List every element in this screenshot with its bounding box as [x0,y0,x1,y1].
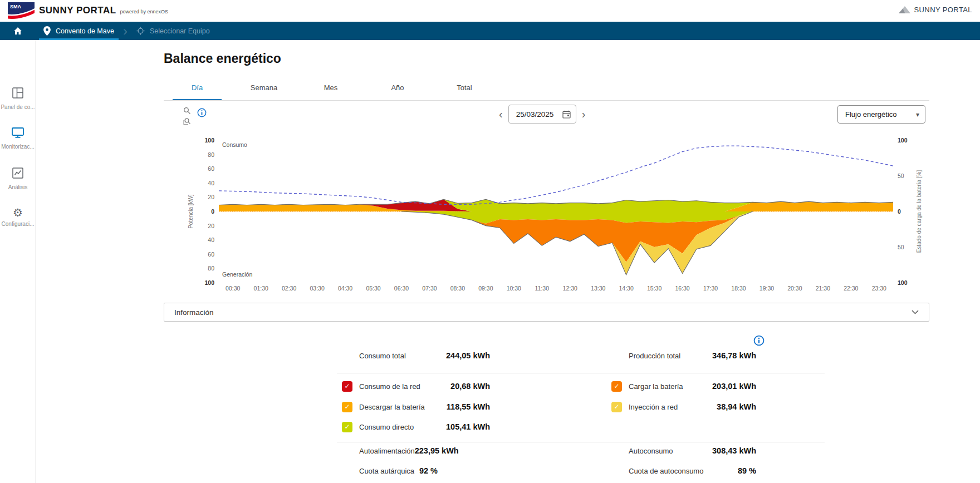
device-icon [136,27,145,35]
x-axis-tick: 05:30 [366,285,380,292]
sidebar-item-monitor[interactable]: Monitorizac... [0,127,36,159]
powered-by-text: powered by ennexOS [120,9,169,14]
dashboard-icon [12,87,24,101]
view-selector-dropdown[interactable]: Flujo energético ▾ [837,105,925,124]
x-axis-tick: 02:30 [282,285,296,292]
x-axis-tick: 15:30 [647,285,661,292]
sidebar-item-settings[interactable]: ⚙Configuraci... [0,207,36,239]
producci-n-total: Producción total346,78 kWh [611,348,756,363]
summary-value: 203,01 kWh [712,382,756,391]
chart-zoom-tools [183,107,192,125]
tab-semana[interactable]: Semana [231,83,297,101]
prev-day-button[interactable]: ‹ [499,105,503,124]
tabs-divider [164,100,929,101]
legend-checkbox-cargar-la-bater-a[interactable]: ✓ [611,381,622,392]
x-axis-tick: 06:30 [394,285,409,292]
tab-total[interactable]: Total [431,83,498,101]
zoom-selection-icon[interactable] [183,117,192,125]
information-accordion[interactable]: Información [164,303,929,322]
generation-area-label: Generación [222,271,252,278]
tab-año[interactable]: Año [364,83,431,101]
date-navigation: ‹ 25/03/2025 › [499,105,585,124]
x-axis-tick: 07:30 [422,285,437,292]
x-axis-tick: 16:30 [675,285,689,292]
y-axis-right-tick: 50 [898,172,904,179]
x-axis-tick: 04:30 [338,285,352,292]
summary-value: 308,43 kWh [712,446,756,455]
y-axis-left-tick: 20 [208,194,214,200]
summary-value: 118,55 kWh [447,402,490,411]
summary-label: Producción total [629,352,712,360]
x-axis-tick: 22:30 [844,285,858,292]
y-axis-left-tick: 0 [211,208,214,215]
date-value: 25/03/2025 [516,110,558,119]
right-brand: SUNNY PORTAL [898,5,973,14]
breadcrumb-plant[interactable]: Convento de Mave [36,22,122,40]
brand-title: SUNNY PORTALpowered by ennexOS [39,5,168,16]
cuota-aut-rquica: Cuota autárquica92 % [342,464,490,478]
period-tabs: DíaSemanaMesAñoTotal [164,83,498,101]
sidebar-item-dashboard[interactable]: Panel de co... [0,87,36,119]
x-axis-tick: 11:30 [535,285,550,292]
summary-label: Autoconsumo [629,447,712,455]
x-axis-tick: 23:30 [872,285,886,292]
summary-value: 38,94 kWh [717,402,756,411]
x-axis-tick: 19:30 [759,285,774,292]
inyecci-n-a-red: ✓Inyección a red38,94 kWh [611,400,756,414]
summary-info-icon[interactable] [753,335,765,346]
zoom-in-icon[interactable] [183,107,192,115]
sidebar-item-analysis[interactable]: Análisis [0,167,36,199]
y-axis-left-tick: 100 [204,279,214,286]
legend-checkbox-descargar-la-bater-a[interactable]: ✓ [342,402,352,412]
brand-text: SUNNY PORTAL [39,5,116,16]
summary-column-consumption: Consumo total244,05 kWh✓Consumo de la re… [342,348,490,476]
settings-icon: ⚙ [13,207,23,218]
chart-info-icon[interactable] [197,108,207,117]
breadcrumb-select-device[interactable]: Seleccionar Equipo [129,22,218,40]
cuota-de-autoconsumo: Cuota de autoconsumo89 % [611,464,756,478]
y-axis-left-tick: 40 [208,236,214,243]
energy-balance-chart[interactable]: 100806040200204060801001005005010000:300… [156,132,935,299]
breadcrumb-device-label: Seleccionar Equipo [150,27,210,35]
tab-label: Mes [324,83,338,92]
legend-checkbox-consumo-de-la-red[interactable]: ✓ [342,381,352,392]
right-brand-text: SUNNY PORTAL [914,6,973,14]
summary-label: Consumo total [359,352,446,360]
next-day-button[interactable]: › [582,105,586,124]
summary-label: Consumo directo [359,423,446,431]
x-axis-tick: 09:30 [478,285,493,292]
date-input[interactable]: 25/03/2025 [508,105,576,124]
tab-mes[interactable]: Mes [297,83,364,101]
tab-día[interactable]: Día [164,83,231,101]
legend-checkbox-inyecci-n-a-red[interactable]: ✓ [611,402,622,412]
dropdown-caret-icon: ▾ [916,111,919,119]
analysis-icon [12,167,24,181]
sma-logo-icon: SMA [8,2,35,19]
summary-label: Cuota de autoconsumo [629,467,738,475]
summary-value: 223,95 kWh [415,446,511,455]
x-axis-tick: 21:30 [816,285,830,292]
summary-column-production: Producción total346,78 kWh✓Cargar la bat… [611,348,756,476]
active-nav-underline [39,38,119,40]
tab-label: Año [391,83,404,92]
x-axis-tick: 00:30 [226,285,240,292]
x-axis-tick: 18:30 [731,285,746,292]
autoconsumo: Autoconsumo308,43 kWh [611,443,756,458]
battery-soc-line [219,146,893,204]
calendar-icon[interactable] [562,110,571,119]
home-button[interactable] [0,27,36,35]
summary-value: 89 % [738,466,756,475]
summary-label: Consumo de la red [359,382,450,391]
tab-label: Semana [251,83,277,92]
y-axis-left-tick: 100 [204,137,214,144]
information-label: Información [174,308,912,317]
y-axis-left-title: Potencia [kW] [188,194,194,229]
consumo-total: Consumo total244,05 kWh [342,348,490,363]
breadcrumb-separator: › [123,22,128,40]
x-axis-tick: 10:30 [507,285,521,292]
app-root: SMA SUNNY PORTALpowered by ennexOS SUNNY… [0,0,980,483]
legend-checkbox-consumo-directo[interactable]: ✓ [342,422,352,432]
summary-label: Descargar la batería [359,403,447,411]
x-axis-tick: 14:30 [619,285,634,292]
consumo-de-la-red: ✓Consumo de la red20,68 kWh [342,379,490,393]
